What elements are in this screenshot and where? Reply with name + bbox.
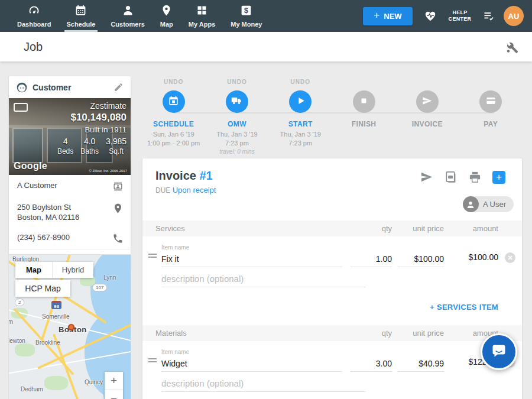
nav-item-map[interactable]: Map <box>153 0 181 32</box>
customer-card-header: Customer <box>9 76 131 98</box>
item-name-label: Item name <box>161 349 522 355</box>
nav-item-schedule[interactable]: Schedule <box>59 0 103 32</box>
phone-icon[interactable] <box>112 233 124 244</box>
chat-widget-button[interactable] <box>481 333 517 370</box>
hcp-map-button[interactable]: HCP Map <box>15 280 70 297</box>
nav-item-my-money[interactable]: $ My Money <box>223 0 270 32</box>
schedule-step-button[interactable] <box>163 90 185 113</box>
nav-label: Customers <box>111 21 144 28</box>
step-label[interactable]: SCHEDULE <box>153 120 194 128</box>
invoice-number-link[interactable]: #1 <box>199 169 212 182</box>
drag-handle-icon[interactable] <box>148 356 157 364</box>
assigned-user-chip[interactable]: A User <box>463 196 514 212</box>
zoom-in-button[interactable]: + <box>105 372 123 390</box>
truck-icon <box>231 95 242 109</box>
play-icon <box>295 95 306 109</box>
page-header: Job <box>0 32 532 61</box>
invoice-title: Invoice #1 <box>155 169 213 183</box>
pdf-icon[interactable] <box>444 170 458 184</box>
edit-pencil-icon[interactable] <box>113 82 124 92</box>
map-widget[interactable]: Burlington Lynn Somerville Waltham Bosto… <box>8 254 131 399</box>
undo-schedule-link[interactable]: UNDO <box>164 79 183 87</box>
map-type-controls: Map Hybrid HCP Map <box>15 262 93 297</box>
contact-card-icon[interactable] <box>112 181 124 192</box>
nav-item-customers[interactable]: Customers <box>103 0 152 32</box>
user-avatar[interactable]: AU <box>504 6 524 26</box>
send-icon-circle[interactable] <box>416 90 439 113</box>
map-label-brookline: Brookline <box>35 339 60 346</box>
pay-step-button[interactable] <box>479 90 502 113</box>
property-streetview-photo[interactable]: Zestimate $10,149,080 Built in 1911 4 Be… <box>9 98 131 175</box>
undo-start-link[interactable]: UNDO <box>291 79 310 87</box>
unit-price-input[interactable] <box>398 355 444 372</box>
route-shield-2: 2 <box>15 299 24 306</box>
customer-address-row: 250 Boylston StBoston, MA 02116 <box>9 197 131 227</box>
location-pin-icon[interactable] <box>112 203 124 214</box>
map-type-hybrid-button[interactable]: Hybrid <box>52 262 93 278</box>
nav-right-cluster: HELP CENTER AU <box>423 0 524 32</box>
omw-step-button[interactable] <box>226 90 248 113</box>
send-icon <box>421 95 433 109</box>
job-location-marker[interactable] <box>68 324 74 330</box>
built-year: Built in 1911 <box>57 125 126 134</box>
step-date: Sun, Jan 6 '19 <box>153 130 194 139</box>
customer-phone: (234) 567-8900 <box>17 232 112 242</box>
item-name-input[interactable] <box>161 355 342 372</box>
step-label[interactable]: INVOICE <box>412 120 443 128</box>
map-zoom-control: + − <box>105 372 123 399</box>
job-tools-icon[interactable] <box>505 40 519 54</box>
services-section: Services qty unit price amount Item name… <box>142 220 522 312</box>
plus-icon: + <box>374 9 379 21</box>
step-travel: travel: 0 mins <box>219 148 254 156</box>
qty-input[interactable] <box>351 251 392 267</box>
step-invoice: INVOICE <box>395 79 459 156</box>
customers-icon <box>122 4 134 19</box>
undo-omw-link[interactable]: UNDO <box>227 79 246 87</box>
customer-phone-row: (234) 567-8900 <box>9 227 131 249</box>
due-terms-link[interactable]: Upon receipt <box>173 186 216 194</box>
finish-step-button[interactable] <box>353 90 375 113</box>
add-invoice-button[interactable]: + <box>492 171 505 184</box>
col-amount: amount <box>449 224 498 233</box>
invoice-card: Invoice #1 DUE Upon receipt + A User Ser… <box>142 158 523 399</box>
qty-input[interactable] <box>351 355 392 372</box>
streetview-toggle-icon[interactable] <box>14 103 28 112</box>
zestimate-value: $10,149,080 <box>57 112 126 124</box>
new-button[interactable]: + NEW <box>363 7 413 25</box>
invoice-header: Invoice #1 DUE Upon receipt + A User <box>142 158 522 220</box>
unit-price-input[interactable] <box>398 251 444 267</box>
zestimate-label: Zestimate <box>57 101 126 111</box>
send-invoice-icon[interactable] <box>420 170 433 184</box>
nav-item-dashboard[interactable]: Dashboard <box>9 0 59 32</box>
invoice-actions: + <box>420 170 505 184</box>
credit-card-icon <box>485 95 497 109</box>
map-pin-icon <box>160 4 173 19</box>
step-time: 7:23 pm <box>225 139 249 148</box>
section-title: Services <box>155 224 351 233</box>
drag-handle-icon[interactable] <box>148 252 157 259</box>
invoice-due: DUE Upon receipt <box>155 186 216 194</box>
description-input[interactable] <box>161 271 365 287</box>
nav-item-my-apps[interactable]: My Apps <box>181 0 223 32</box>
start-step-button[interactable] <box>289 90 312 113</box>
step-schedule: UNDO SCHEDULE Sun, Jan 6 '19 1:00 pm - 2… <box>142 79 205 156</box>
description-input[interactable] <box>161 375 365 392</box>
chat-bubble-icon <box>490 342 508 362</box>
step-label[interactable]: START <box>288 120 313 128</box>
health-heart-icon[interactable] <box>423 9 437 22</box>
step-label[interactable]: FINISH <box>352 120 377 128</box>
nav-label: Map <box>160 21 173 28</box>
zoom-out-button[interactable]: − <box>105 390 123 399</box>
tasks-checklist-icon[interactable] <box>482 10 495 22</box>
step-date: Thu, Jan 3 '19 <box>216 130 257 139</box>
help-center-link[interactable]: HELP CENTER <box>446 9 474 22</box>
step-label[interactable]: PAY <box>484 120 498 128</box>
print-icon[interactable] <box>468 170 482 184</box>
map-label-quincy: Quincy <box>85 379 103 385</box>
delete-item-icon[interactable]: ✕ <box>505 252 515 263</box>
map-type-map-button[interactable]: Map <box>15 262 52 278</box>
item-name-input[interactable] <box>161 251 342 267</box>
step-label[interactable]: OMW <box>228 120 246 128</box>
svg-text:$: $ <box>244 7 248 15</box>
add-services-item-link[interactable]: + SERVICES ITEM <box>430 303 498 312</box>
